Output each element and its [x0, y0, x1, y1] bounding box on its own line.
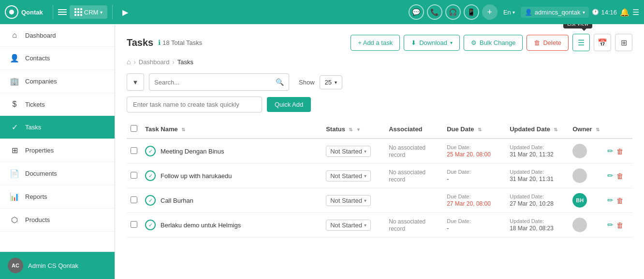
sidebar-user[interactable]: AC Admin CS Qontak: [0, 251, 115, 279]
hamburger-menu[interactable]: [58, 9, 67, 15]
page-title-area: Tasks ℹ 18 Total Tasks: [127, 37, 202, 48]
show-select[interactable]: 25 ▾: [320, 75, 342, 89]
breadcrumb-sep-1: ›: [133, 58, 135, 66]
bell-icon[interactable]: 🔔: [620, 8, 629, 17]
action-icons: ✏ 🗑: [607, 221, 629, 229]
th-status: Status ⇅ ▼: [322, 120, 385, 139]
sidebar-item-tickets[interactable]: $ Tickets: [0, 93, 115, 116]
sort-icon-name[interactable]: ⇅: [181, 127, 185, 132]
task-complete-button[interactable]: ✓: [145, 146, 156, 156]
main-content: Tasks ℹ 18 Total Tasks + Add a task ⬇ Do…: [115, 24, 644, 279]
row-due-date-cell: Due Date: -: [443, 213, 506, 237]
crm-nav-button[interactable]: CRM ▾: [70, 5, 108, 19]
add-task-button[interactable]: + Add a task: [351, 35, 400, 51]
task-complete-button[interactable]: ✓: [145, 170, 156, 181]
crm-label: CRM: [84, 9, 99, 16]
check-icon: ✓: [148, 222, 153, 228]
download-button[interactable]: ⬇ Download ▾: [404, 35, 460, 51]
sidebar-item-products[interactable]: ⬡ Products: [0, 209, 115, 232]
sidebar-item-companies[interactable]: 🏢 Companies: [0, 70, 115, 93]
trash-icon: 🗑: [534, 39, 540, 46]
sort-icon-due[interactable]: ⇅: [478, 127, 482, 132]
row-actions-cell: ✏ 🗑: [603, 213, 632, 237]
quick-add-input[interactable]: [127, 97, 262, 112]
task-complete-button[interactable]: ✓: [145, 195, 156, 206]
due-date-label: Due Date:: [447, 144, 502, 150]
action-icons: ✏ 🗑: [607, 196, 629, 205]
task-tbody: ✓ Meeting Dengan Binus Not Started ▾ No …: [127, 139, 632, 237]
associated-label: No associated record: [389, 169, 425, 183]
bulk-change-button[interactable]: ⚙ Bulk Change: [464, 35, 523, 51]
filter-button[interactable]: ▼: [127, 73, 144, 91]
edit-icon[interactable]: ✏: [607, 196, 614, 205]
row-status-cell: Not Started ▾: [322, 139, 385, 164]
grid-view-button[interactable]: ⊞: [615, 34, 632, 51]
home-icon[interactable]: ⌂: [127, 58, 131, 66]
status-dropdown-arrow: ▾: [364, 149, 366, 154]
breadcrumb-dashboard[interactable]: Dashboard: [139, 58, 170, 66]
row-checkbox[interactable]: [131, 172, 137, 179]
logo[interactable]: Qontak: [5, 5, 43, 19]
row-updated-date-cell: Updated Date: 18 Mar 20, 08:23: [506, 213, 569, 237]
task-name-label: Meeting Dengan Binus: [161, 148, 224, 155]
list-view-button[interactable]: List View ☰: [572, 34, 590, 51]
status-badge[interactable]: Not Started ▾: [326, 170, 371, 181]
user-menu-button[interactable]: 👤 admincs_qontak ▾: [521, 7, 589, 18]
row-checkbox[interactable]: [131, 196, 137, 203]
edit-icon[interactable]: ✏: [607, 171, 614, 180]
edit-icon[interactable]: ✏: [607, 147, 614, 155]
more-menu-icon[interactable]: ☰: [632, 8, 639, 17]
nav-separator: [53, 5, 53, 19]
owner-avatar: [572, 168, 587, 183]
status-badge[interactable]: Not Started ▾: [326, 146, 371, 157]
sidebar-label-contacts: Contacts: [25, 55, 50, 62]
status-badge[interactable]: Not Started ▾: [326, 195, 371, 206]
table-row: ✓ Call Burhan Not Started ▾ Due Date: 27…: [127, 188, 632, 213]
chat-icon[interactable]: 💬: [409, 4, 424, 20]
sidebar-item-properties[interactable]: ⊞ Properties: [0, 139, 115, 162]
delete-row-icon[interactable]: 🗑: [616, 221, 624, 229]
row-status-cell: Not Started ▾: [322, 164, 385, 188]
select-all-checkbox[interactable]: [131, 125, 137, 132]
row-actions-cell: ✏ 🗑: [603, 164, 632, 188]
phone-icon[interactable]: 📞: [427, 4, 442, 20]
sort-icon-status[interactable]: ⇅: [349, 127, 352, 132]
row-checkbox[interactable]: [131, 147, 137, 154]
sidebar-item-dashboard[interactable]: ⌂ Dashboard: [0, 24, 115, 47]
row-checkbox-cell: [127, 164, 141, 188]
sidebar-item-contacts[interactable]: 👤 Contacts: [0, 47, 115, 70]
edit-icon[interactable]: ✏: [607, 221, 614, 229]
task-complete-button[interactable]: ✓: [145, 220, 156, 230]
filter-icon-status[interactable]: ▼: [356, 127, 361, 132]
row-checkbox[interactable]: [131, 221, 137, 228]
sort-icon-owner[interactable]: ⇅: [596, 127, 600, 132]
delete-row-icon[interactable]: 🗑: [616, 172, 624, 180]
task-name-label: Berlaku demo untuk Helmigs: [161, 222, 241, 229]
calendar-view-button[interactable]: 📅: [594, 34, 611, 51]
youtube-icon: ▶: [122, 8, 128, 17]
status-badge[interactable]: Not Started ▾: [326, 220, 371, 231]
sidebar-username: Admin CS Qontak: [28, 262, 78, 269]
time-value: 14:16: [601, 9, 617, 16]
th-due-date: Due Date ⇅: [443, 120, 506, 139]
quick-add-button[interactable]: Quick Add: [267, 97, 311, 112]
sidebar-item-tasks[interactable]: ✓ Tasks: [0, 116, 115, 139]
lang-arrow: ▾: [512, 10, 515, 15]
youtube-button[interactable]: ▶: [117, 5, 133, 20]
sidebar-item-reports[interactable]: 📊 Reports: [0, 185, 115, 209]
table-header: Task Name ⇅ Status ⇅ ▼ Associated Due Da…: [127, 120, 632, 139]
row-associated-cell: [385, 188, 443, 213]
headset-icon[interactable]: 🎧: [445, 4, 461, 20]
voip-icon[interactable]: 📱: [464, 4, 479, 20]
sidebar-item-documents[interactable]: 📄 Documents: [0, 162, 115, 185]
language-button[interactable]: En ▾: [500, 7, 518, 18]
delete-row-icon[interactable]: 🗑: [616, 147, 624, 155]
delete-row-icon[interactable]: 🗑: [616, 196, 624, 205]
due-date-label: Due Date:: [447, 194, 502, 199]
sort-icon-updated[interactable]: ⇅: [554, 127, 557, 132]
plus-button[interactable]: +: [482, 4, 498, 20]
sidebar: ⌂ Dashboard 👤 Contacts 🏢 Companies $ Tic…: [0, 24, 115, 279]
delete-button[interactable]: 🗑 Delete: [527, 35, 569, 51]
owner-avatar: [572, 144, 587, 158]
search-input[interactable]: [154, 79, 273, 86]
